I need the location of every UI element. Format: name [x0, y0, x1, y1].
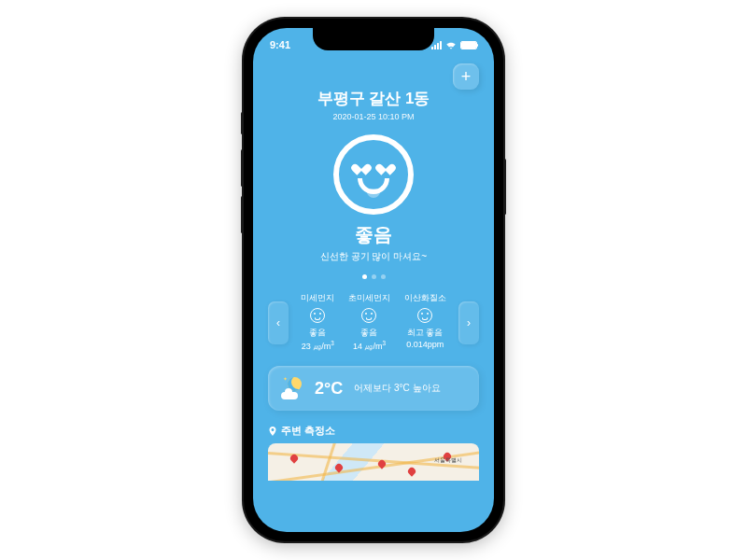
status-time: 9:41: [270, 39, 290, 50]
metrics-prev-button[interactable]: ‹: [268, 301, 289, 344]
smile-icon: [417, 308, 432, 323]
location-header: 부평구 갈산 1동 2020-01-25 10:10 PM: [268, 88, 479, 121]
metric-status: 최고 좋음: [404, 327, 446, 339]
map-city-label: 서울특별시: [434, 456, 462, 465]
metric-name: 초미세먼지: [348, 292, 390, 304]
mute-switch: [241, 112, 244, 134]
metric-pm25[interactable]: 초미세먼지 좋음 14 ㎍/m3: [348, 292, 390, 353]
smile-icon: [310, 308, 325, 323]
air-quality-face-icon: [333, 134, 414, 215]
battery-icon: [460, 41, 477, 49]
wifi-icon: [445, 41, 457, 49]
volume-up-button: [241, 149, 244, 187]
metric-pm10[interactable]: 미세먼지 좋음 23 ㎍/m3: [301, 292, 334, 353]
notch: [313, 28, 434, 50]
phone-frame: 9:41 + 부평구 갈산 1동 2020-01-25 10:10 PM: [244, 19, 503, 541]
page-indicator[interactable]: [268, 274, 479, 279]
page-dot[interactable]: [362, 274, 367, 279]
metric-name: 이산화질소: [404, 292, 446, 304]
moon-cloud-icon: ✦: [281, 377, 303, 399]
map-title: 주변 측정소: [281, 424, 335, 438]
screen: 9:41 + 부평구 갈산 1동 2020-01-25 10:10 PM: [253, 28, 494, 532]
page-dot[interactable]: [381, 274, 386, 279]
map-pin-icon[interactable]: [406, 466, 416, 476]
metric-value: 14 ㎍/m3: [348, 340, 390, 353]
smile-icon: [361, 308, 376, 323]
volume-down-button: [241, 196, 244, 233]
location-name: 부평구 갈산 1동: [268, 88, 479, 109]
signal-icon: [431, 41, 442, 49]
map-section-header: 주변 측정소: [268, 424, 479, 438]
power-button: [503, 159, 506, 215]
metric-no2[interactable]: 이산화질소 최고 좋음 0.014ppm: [404, 292, 446, 353]
timestamp: 2020-01-25 10:10 PM: [268, 112, 479, 121]
location-pin-icon: [268, 427, 277, 436]
metric-status: 좋음: [348, 327, 390, 339]
metrics-next-button[interactable]: ›: [458, 301, 479, 344]
metric-value: 23 ㎍/m3: [301, 340, 334, 353]
temperature-comparison: 어제보다 3°C 높아요: [354, 382, 440, 395]
page-dot[interactable]: [372, 274, 376, 279]
temperature: 2°C: [315, 379, 343, 399]
add-location-button[interactable]: +: [453, 63, 479, 90]
air-quality-status: 좋음: [268, 222, 479, 247]
metric-name: 미세먼지: [301, 292, 334, 304]
metric-status: 좋음: [301, 327, 334, 339]
metric-value: 0.014ppm: [404, 340, 446, 349]
weather-card[interactable]: ✦ 2°C 어제보다 3°C 높아요: [268, 366, 479, 411]
map[interactable]: 서울특별시: [268, 443, 479, 481]
air-quality-description: 신선한 공기 많이 마셔요~: [268, 250, 479, 263]
